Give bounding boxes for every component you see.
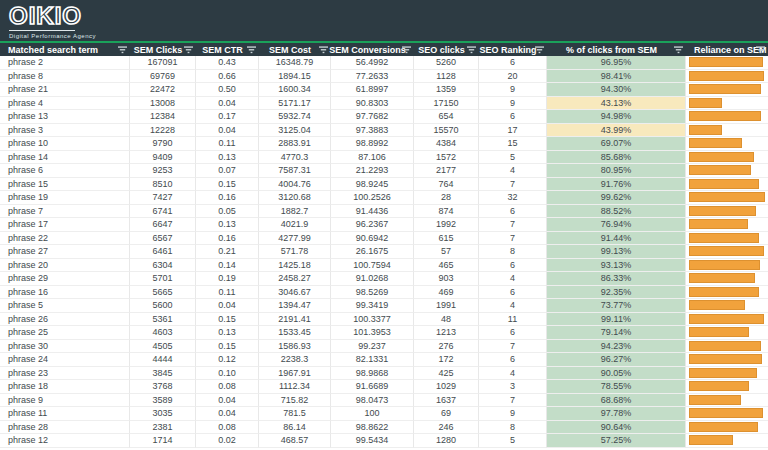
reliance-bar <box>689 71 764 81</box>
cell-pct: 76.94% <box>547 218 686 232</box>
cell-sem_conversions: 97.7682 <box>331 110 414 124</box>
reliance-bar <box>689 206 756 216</box>
table-row: phrase 692530.077587.3121.22932177480.95… <box>0 164 768 178</box>
filter-icon[interactable] <box>535 46 544 54</box>
table-row: phrase 2444440.122238.382.1331172696.27% <box>0 353 768 367</box>
cell-sem_cost: 3046.67 <box>259 286 331 300</box>
cell-seo_clicks: 28 <box>414 191 479 205</box>
column-header-sem_clicks[interactable]: SEM Clicks <box>130 43 196 56</box>
cell-sem_conversions: 98.9245 <box>331 178 414 192</box>
filter-icon[interactable] <box>184 46 193 54</box>
cell-seo_ranking: 8 <box>479 421 547 435</box>
cell-sem_conversions: 77.2633 <box>331 70 414 84</box>
cell-sem_clicks: 5665 <box>130 286 196 300</box>
cell-reliance <box>686 367 768 381</box>
column-header-seo_ranking[interactable]: SEO Ranking <box>479 43 547 56</box>
cell-sem_ctr: 0.11 <box>196 137 259 151</box>
reliance-bar <box>689 435 733 445</box>
table-row: phrase 21224720.501600.3461.89971359994.… <box>0 83 768 97</box>
column-header-pct[interactable]: % of clicks from SEM <box>547 43 686 56</box>
column-header-sem_conversions[interactable]: SEM Conversions <box>331 43 414 56</box>
cell-seo_ranking: 6 <box>479 56 547 70</box>
cell-seo_clicks: 4384 <box>414 137 479 151</box>
reliance-bar <box>689 408 763 418</box>
cell-pct: 80.95% <box>547 164 686 178</box>
cell-sem_cost: 4021.9 <box>259 218 331 232</box>
column-header-reliance[interactable]: Reliance on SEM <box>686 43 768 56</box>
filter-icon[interactable] <box>247 46 256 54</box>
cell-seo_ranking: 7 <box>479 232 547 246</box>
cell-sem_ctr: 0.50 <box>196 83 259 97</box>
cell-seo_clicks: 1280 <box>414 434 479 448</box>
cell-sem_ctr: 0.04 <box>196 394 259 408</box>
cell-seo_clicks: 48 <box>414 313 479 327</box>
cell-term: phrase 24 <box>0 353 130 367</box>
cell-term: phrase 6 <box>0 164 130 178</box>
cell-seo_clicks: 246 <box>414 421 479 435</box>
cell-reliance <box>686 56 768 70</box>
filter-icon[interactable] <box>118 46 127 54</box>
cell-sem_ctr: 0.15 <box>196 178 259 192</box>
cell-sem_clicks: 69769 <box>130 70 196 84</box>
cell-sem_cost: 1394.47 <box>259 299 331 313</box>
column-header-seo_clicks[interactable]: SEO clicks <box>414 43 479 56</box>
reliance-bar <box>689 273 755 283</box>
filter-icon[interactable] <box>756 46 765 54</box>
column-header-term[interactable]: Matched search term <box>0 43 130 56</box>
cell-sem_clicks: 1714 <box>130 434 196 448</box>
cell-seo_ranking: 15 <box>479 137 547 151</box>
cell-seo_clicks: 654 <box>414 110 479 124</box>
cell-sem_clicks: 5361 <box>130 313 196 327</box>
cell-sem_ctr: 0.19 <box>196 272 259 286</box>
cell-sem_conversions: 96.2367 <box>331 218 414 232</box>
cell-pct: 57.25% <box>547 434 686 448</box>
column-label: Matched search term <box>8 45 108 55</box>
filter-icon[interactable] <box>674 46 683 54</box>
table-row: phrase 2546030.131533.45101.39531213679.… <box>0 326 768 340</box>
cell-sem_ctr: 0.07 <box>196 164 259 178</box>
cell-reliance <box>686 97 768 111</box>
cell-sem_ctr: 0.21 <box>196 245 259 259</box>
table-row: phrase 2653610.152191.41100.3377481199.1… <box>0 313 768 327</box>
cell-seo_clicks: 276 <box>414 340 479 354</box>
column-header-sem_ctr[interactable]: SEM CTR <box>196 43 259 56</box>
table-row: phrase 2063040.141425.18100.7594465693.1… <box>0 259 768 273</box>
cell-sem_ctr: 0.13 <box>196 218 259 232</box>
cell-reliance <box>686 340 768 354</box>
filter-icon[interactable] <box>319 46 328 54</box>
cell-pct: 94.98% <box>547 110 686 124</box>
cell-sem_cost: 781.5 <box>259 407 331 421</box>
cell-seo_ranking: 32 <box>479 191 547 205</box>
cell-sem_clicks: 167091 <box>130 56 196 70</box>
cell-sem_cost: 1533.45 <box>259 326 331 340</box>
table-row: phrase 3045050.151586.9399.237276794.23% <box>0 340 768 354</box>
cell-pct: 69.07% <box>547 137 686 151</box>
cell-sem_conversions: 98.8992 <box>331 137 414 151</box>
cell-seo_clicks: 1213 <box>414 326 479 340</box>
cell-pct: 99.13% <box>547 245 686 259</box>
cell-sem_conversions: 56.4992 <box>331 56 414 70</box>
table-row: phrase 1766470.134021.996.23671992776.94… <box>0 218 768 232</box>
cell-pct: 96.27% <box>547 353 686 367</box>
cell-sem_ctr: 0.04 <box>196 97 259 111</box>
filter-icon[interactable] <box>467 46 476 54</box>
cell-pct: 91.44% <box>547 232 686 246</box>
table-row: phrase 556000.041394.4799.34191991473.77… <box>0 299 768 313</box>
cell-reliance <box>686 380 768 394</box>
cell-seo_clicks: 465 <box>414 259 479 273</box>
cell-sem_cost: 3120.68 <box>259 191 331 205</box>
cell-sem_ctr: 0.08 <box>196 421 259 435</box>
cell-seo_ranking: 7 <box>479 218 547 232</box>
filter-icon[interactable] <box>402 46 411 54</box>
cell-sem_conversions: 26.1675 <box>331 245 414 259</box>
cell-term: phrase 26 <box>0 313 130 327</box>
cell-seo_ranking: 7 <box>479 340 547 354</box>
cell-term: phrase 3 <box>0 124 130 138</box>
cell-reliance <box>686 232 768 246</box>
cell-sem_ctr: 0.12 <box>196 353 259 367</box>
cell-seo_ranking: 6 <box>479 353 547 367</box>
cell-sem_conversions: 100.7594 <box>331 259 414 273</box>
cell-reliance <box>686 245 768 259</box>
cell-sem_clicks: 3035 <box>130 407 196 421</box>
column-header-sem_cost[interactable]: SEM Cost <box>259 43 331 56</box>
